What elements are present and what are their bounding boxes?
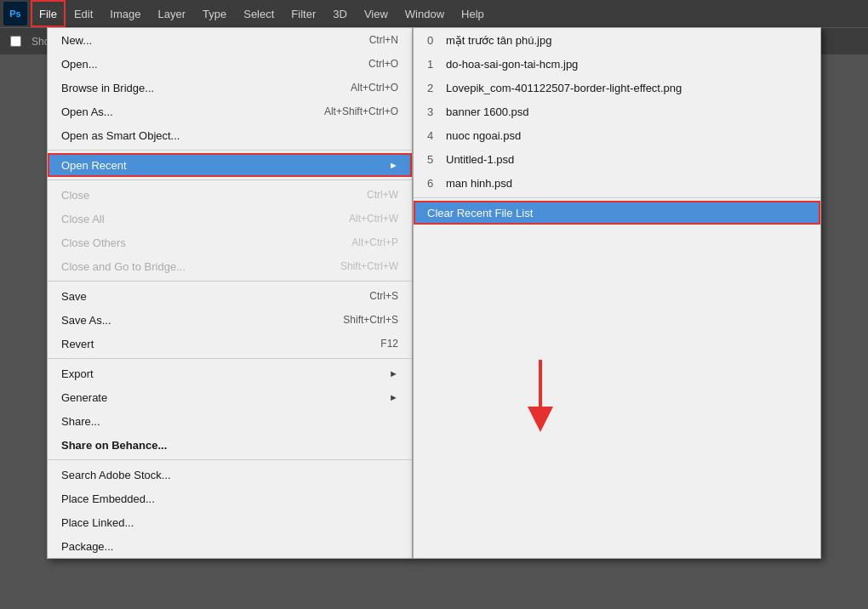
menu-save-as[interactable]: Save As... Shift+Ctrl+S: [48, 308, 412, 332]
recent-file-5[interactable]: 5 Untitled-1.psd: [414, 147, 820, 171]
recent-file-1[interactable]: 1 do-hoa-sai-gon-tai-hcm.jpg: [414, 52, 820, 76]
menu-revert[interactable]: Revert F12: [48, 332, 412, 356]
recent-file-6[interactable]: 6 man hinh.psd: [414, 171, 820, 195]
menu-filter[interactable]: Filter: [283, 0, 324, 27]
submenu-separator: [414, 197, 820, 198]
separator-5: [48, 459, 412, 460]
separator-1: [48, 150, 412, 151]
separator-4: [48, 358, 412, 359]
menu-search-stock[interactable]: Search Adobe Stock...: [48, 463, 412, 487]
menu-window[interactable]: Window: [397, 0, 453, 27]
dropdown-container: New... Ctrl+N Open... Ctrl+O Browse in B…: [47, 27, 821, 559]
recent-file-3[interactable]: 3 banner 1600.psd: [414, 100, 820, 123]
menu-open-recent[interactable]: Open Recent ►: [48, 153, 412, 177]
menu-3d[interactable]: 3D: [324, 0, 356, 27]
menu-share-behance[interactable]: Share on Behance...: [48, 433, 412, 457]
recent-files-submenu: 0 mặt trước tân phú.jpg 1 do-hoa-sai-gon…: [413, 27, 821, 559]
file-menu-dropdown: New... Ctrl+N Open... Ctrl+O Browse in B…: [47, 27, 413, 559]
open-recent-arrow: ►: [389, 160, 398, 170]
transform-controls-checkbox[interactable]: [10, 36, 21, 47]
menu-close[interactable]: Close Ctrl+W: [48, 183, 412, 207]
menu-open[interactable]: Open... Ctrl+O: [48, 52, 412, 76]
menu-help[interactable]: Help: [453, 0, 493, 27]
ps-logo: Ps: [3, 2, 27, 26]
menu-open-smart-object[interactable]: Open as Smart Object...: [48, 123, 412, 147]
generate-arrow: ►: [389, 392, 398, 402]
menu-close-all[interactable]: Close All Alt+Ctrl+W: [48, 207, 412, 231]
menu-layer[interactable]: Layer: [150, 0, 195, 27]
menu-share[interactable]: Share...: [48, 409, 412, 433]
menu-place-linked[interactable]: Place Linked...: [48, 510, 412, 534]
menu-new[interactable]: New... Ctrl+N: [48, 28, 412, 52]
menu-edit[interactable]: Edit: [66, 0, 101, 27]
menu-type[interactable]: Type: [194, 0, 235, 27]
recent-file-4[interactable]: 4 nuoc ngoai.psd: [414, 123, 820, 147]
menu-export[interactable]: Export ►: [48, 361, 412, 385]
menu-select[interactable]: Select: [235, 0, 283, 27]
recent-file-2[interactable]: 2 Lovepik_com-401122507-border-light-eff…: [414, 76, 820, 100]
menu-file[interactable]: File: [31, 0, 66, 27]
menu-generate[interactable]: Generate ►: [48, 385, 412, 409]
menu-close-go-bridge[interactable]: Close and Go to Bridge... Shift+Ctrl+W: [48, 254, 412, 278]
separator-2: [48, 179, 412, 180]
separator-3: [48, 281, 412, 282]
menu-save[interactable]: Save Ctrl+S: [48, 284, 412, 308]
menu-package[interactable]: Package...: [48, 534, 412, 558]
menu-view[interactable]: View: [356, 0, 397, 27]
menu-place-embedded[interactable]: Place Embedded...: [48, 487, 412, 510]
menu-bar: Ps File Edit Image Layer Type Select Fil…: [0, 0, 868, 27]
export-arrow: ►: [389, 368, 398, 378]
menu-image[interactable]: Image: [101, 0, 149, 27]
menu-browse-bridge[interactable]: Browse in Bridge... Alt+Ctrl+O: [48, 76, 412, 100]
recent-file-0[interactable]: 0 mặt trước tân phú.jpg: [414, 28, 820, 52]
menu-open-as[interactable]: Open As... Alt+Shift+Ctrl+O: [48, 100, 412, 123]
clear-recent-file-list[interactable]: Clear Recent File List: [414, 201, 820, 225]
menu-close-others[interactable]: Close Others Alt+Ctrl+P: [48, 231, 412, 254]
